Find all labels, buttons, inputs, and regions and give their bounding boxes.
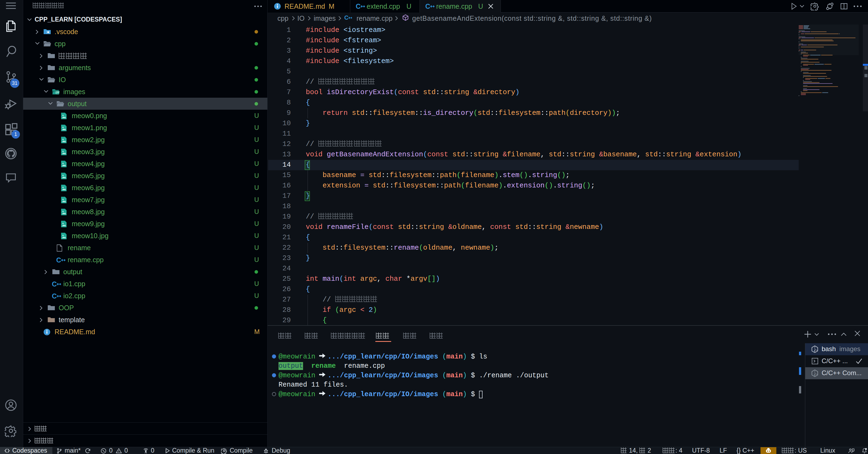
- svg-text:C: C: [52, 292, 57, 300]
- svg-text:C: C: [356, 2, 361, 10]
- svg-text:C: C: [56, 256, 61, 264]
- svg-text:C: C: [52, 280, 57, 288]
- svg-text:$: $: [814, 373, 815, 376]
- svg-text:$: $: [814, 350, 815, 352]
- svg-text:C: C: [344, 14, 348, 21]
- svg-text:C: C: [425, 2, 430, 10]
